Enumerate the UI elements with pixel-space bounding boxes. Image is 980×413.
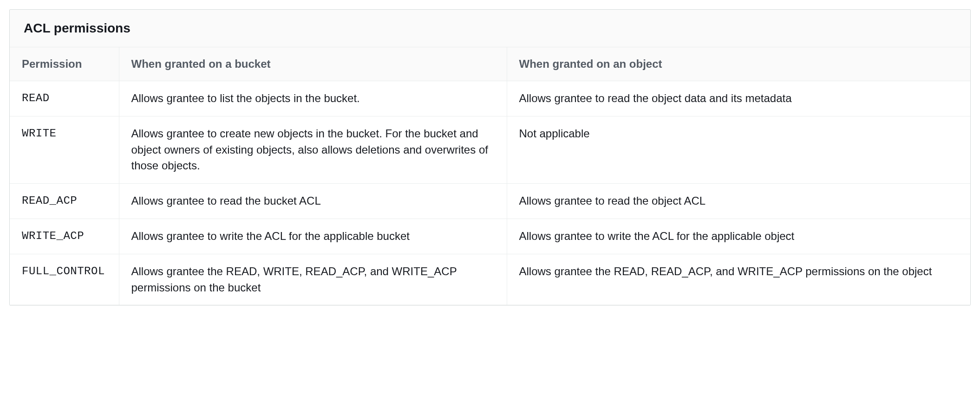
cell-permission: FULL_CONTROL (10, 254, 119, 305)
acl-permissions-table-container: ACL permissions Permission When granted … (9, 9, 971, 305)
cell-permission: WRITE (10, 116, 119, 183)
table-row: FULL_CONTROL Allows grantee the READ, WR… (10, 254, 970, 305)
cell-permission: READ (10, 81, 119, 116)
table-header-row: Permission When granted on a bucket When… (10, 47, 970, 81)
table-title: ACL permissions (24, 21, 956, 36)
cell-bucket: Allows grantee to write the ACL for the … (119, 219, 507, 254)
cell-permission: READ_ACP (10, 184, 119, 219)
header-bucket: When granted on a bucket (119, 47, 507, 81)
table-row: WRITE Allows grantee to create new objec… (10, 116, 970, 183)
cell-bucket: Allows grantee to create new objects in … (119, 116, 507, 183)
table-row: WRITE_ACP Allows grantee to write the AC… (10, 219, 970, 254)
cell-bucket: Allows grantee to list the objects in th… (119, 81, 507, 116)
cell-object: Allows grantee the READ, READ_ACP, and W… (507, 254, 970, 305)
acl-permissions-table: Permission When granted on a bucket When… (10, 47, 970, 305)
header-object: When granted on an object (507, 47, 970, 81)
table-row: READ Allows grantee to list the objects … (10, 81, 970, 116)
cell-object: Allows grantee to read the object data a… (507, 81, 970, 116)
cell-object: Allows grantee to read the object ACL (507, 184, 970, 219)
cell-permission: WRITE_ACP (10, 219, 119, 254)
header-permission: Permission (10, 47, 119, 81)
table-row: READ_ACP Allows grantee to read the buck… (10, 184, 970, 219)
cell-bucket: Allows grantee to read the bucket ACL (119, 184, 507, 219)
table-title-wrap: ACL permissions (10, 10, 970, 47)
cell-bucket: Allows grantee the READ, WRITE, READ_ACP… (119, 254, 507, 305)
cell-object: Not applicable (507, 116, 970, 183)
cell-object: Allows grantee to write the ACL for the … (507, 219, 970, 254)
